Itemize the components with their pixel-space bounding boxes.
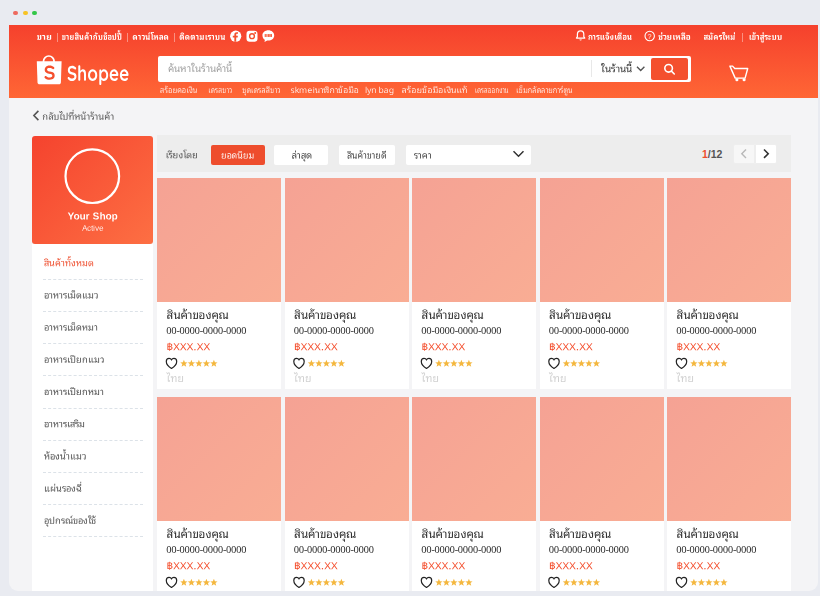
svg-text:?: ?: [648, 33, 652, 40]
